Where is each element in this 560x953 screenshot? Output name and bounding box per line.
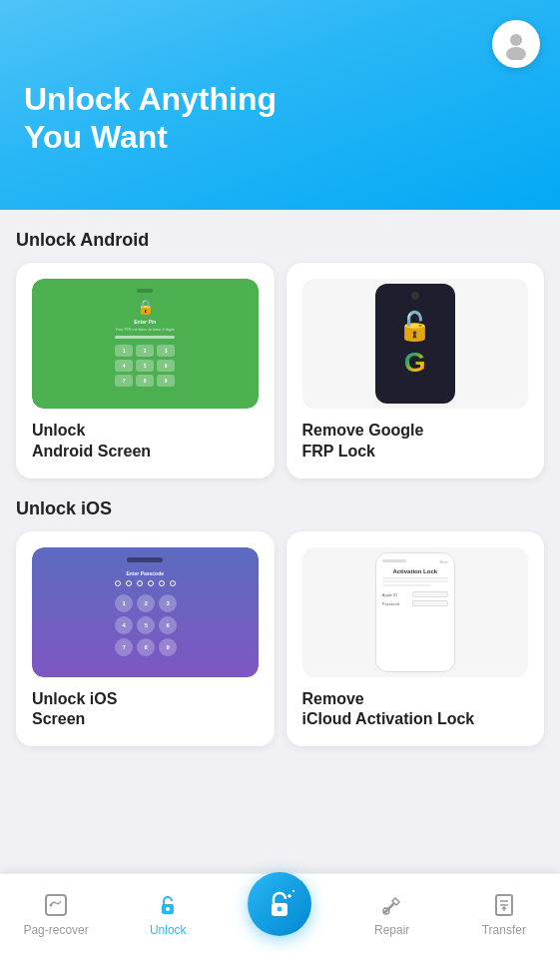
avatar-button[interactable] — [492, 20, 540, 68]
pag-recover-icon — [43, 892, 69, 918]
nav-label-unlock: Unlock — [150, 923, 187, 937]
center-unlock-button[interactable] — [248, 872, 311, 936]
svg-rect-2 — [46, 895, 66, 915]
card-ios-label: Unlock iOS Screen — [32, 689, 117, 731]
ios-dots — [115, 580, 176, 586]
nav-item-pag-recover[interactable]: Pag-recover — [21, 891, 91, 937]
android-cards-row: 🔒 Enter Pin Your PIN contains at least 4… — [16, 263, 544, 478]
nav-icon-repair — [378, 891, 406, 919]
card-icloud-label: Remove iCloud Activation Lock — [302, 689, 475, 731]
card-unlock-ios[interactable]: Enter Passcode 1 2 3 — [16, 531, 275, 747]
android-phone-mockup: 🔒 Enter Pin Your PIN contains at least 4… — [32, 279, 259, 409]
header-title: Unlock Anything You Want — [24, 80, 536, 157]
nav-label-pag-recover: Pag-recover — [23, 923, 88, 937]
svg-point-1 — [506, 47, 526, 60]
nav-item-repair[interactable]: Repair — [357, 891, 427, 937]
google-g-icon: G — [404, 347, 426, 379]
ios-phone-mockup: Enter Passcode 1 2 3 — [32, 547, 259, 677]
card-unlock-android[interactable]: 🔒 Enter Pin Your PIN contains at least 4… — [16, 263, 275, 478]
nav-icon-transfer — [490, 891, 518, 919]
nav-item-unlock[interactable]: Unlock — [133, 891, 203, 937]
frp-phone-mockup: 🔓 G — [375, 284, 455, 404]
bottom-nav: Pag-recover Unlock — [0, 873, 560, 953]
svg-point-5 — [166, 907, 170, 911]
card-android-label: Unlock Android Screen — [32, 421, 151, 463]
frp-notch — [411, 292, 419, 300]
transfer-icon — [491, 892, 517, 918]
ios-num-grid: 1 2 3 4 5 6 7 8 9 — [115, 594, 175, 656]
nav-icon-unlock — [154, 891, 182, 919]
card-remove-icloud[interactable]: Time Activation Lock Apple ID — [286, 531, 545, 747]
android-notch — [137, 289, 153, 293]
card-frp-label: Remove Google FRP Lock — [302, 421, 424, 463]
ios-cards-row: Enter Passcode 1 2 3 — [16, 531, 544, 747]
svg-point-3 — [50, 903, 53, 906]
card-icloud-image: Time Activation Lock Apple ID — [302, 547, 529, 677]
center-unlock-icon — [262, 886, 297, 922]
android-lock-icon: 🔒 — [137, 299, 154, 315]
nav-item-center[interactable] — [245, 882, 314, 946]
frp-unlock-icon: 🔓 — [397, 310, 432, 343]
repair-icon — [379, 892, 405, 918]
section-android-title: Unlock Android — [16, 230, 544, 251]
unlock-nav-icon — [155, 892, 181, 918]
user-icon — [500, 28, 532, 60]
card-frp-image: 🔓 G — [302, 279, 529, 409]
main-content: Unlock Android 🔒 Enter Pin Your PIN cont… — [0, 210, 560, 953]
section-ios: Unlock iOS Enter Passcode — [16, 498, 544, 747]
section-android: Unlock Android 🔒 Enter Pin Your PIN cont… — [16, 230, 544, 478]
nav-label-repair: Repair — [374, 923, 409, 937]
android-num-grid: 1 2 3 4 5 6 7 8 9 — [115, 345, 175, 387]
nav-item-transfer[interactable]: Transfer — [469, 891, 539, 937]
svg-point-7 — [278, 906, 282, 911]
header: Unlock Anything You Want — [0, 0, 560, 210]
icloud-phone-mockup: Time Activation Lock Apple ID — [375, 552, 455, 672]
svg-point-0 — [510, 34, 522, 46]
card-ios-image: Enter Passcode 1 2 3 — [32, 547, 259, 677]
card-android-image: 🔒 Enter Pin Your PIN contains at least 4… — [32, 279, 259, 409]
nav-label-transfer: Transfer — [482, 923, 526, 937]
ios-notch — [127, 557, 163, 562]
card-remove-frp[interactable]: 🔓 G Remove Google FRP Lock — [286, 263, 545, 478]
section-ios-title: Unlock iOS — [16, 498, 544, 519]
nav-icon-pag-recover — [42, 891, 70, 919]
